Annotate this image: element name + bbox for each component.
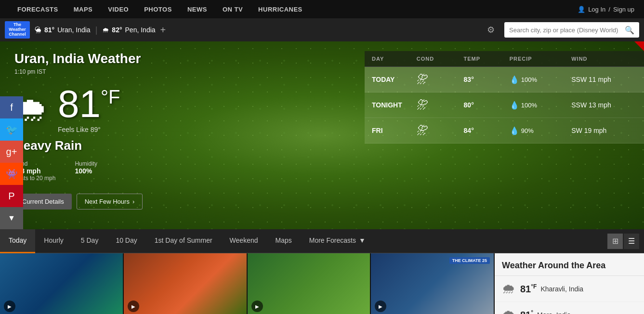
precip-value-tonight: 100% <box>521 102 537 109</box>
area-weather-icon-1: 🌧 <box>502 281 515 297</box>
nav-news[interactable]: NEWS <box>180 0 215 18</box>
google-icon: g+ <box>6 146 17 157</box>
auth-area: 👤 Log In / Sign up <box>578 6 634 13</box>
weather-channel-logo[interactable]: The Weather Channel <box>5 21 30 39</box>
list-view-button[interactable]: ☰ <box>624 234 639 249</box>
tab-weekend[interactable]: Weekend <box>221 229 267 253</box>
nav-photos[interactable]: PHOTOS <box>136 0 180 18</box>
tab-today[interactable]: Today <box>0 229 35 253</box>
tab-1st-day-summer[interactable]: 1st Day of Summer <box>146 229 221 253</box>
add-location-button[interactable]: + <box>160 25 166 36</box>
tab-5day[interactable]: 5 Day <box>72 229 107 253</box>
forecast-table: DAY COND TEMP PRECIP WIND TODAY ⛈ 83° 💧 … <box>365 51 644 144</box>
city-title: Uran, India Weather <box>14 51 313 66</box>
arrow-right-icon: › <box>132 198 134 205</box>
forecast-col-day: DAY <box>365 51 409 67</box>
forecast-precip-fri: 💧 90% <box>502 118 565 144</box>
nav-on-tv[interactable]: ON TV <box>215 0 250 18</box>
pinterest-button[interactable]: P <box>0 185 23 207</box>
forecast-icon-tonight: ⛈ <box>409 92 457 118</box>
humidity-value: 100% <box>75 167 97 175</box>
forecast-col-wind: WIND <box>564 51 644 67</box>
time-label: 1:10 pm IST <box>14 68 313 75</box>
forecast-row-today[interactable]: TODAY ⛈ 83° 💧 100% SSW 11 mph <box>365 67 644 92</box>
forecast-precip-today: 💧 100% <box>502 67 565 92</box>
nav-maps[interactable]: MAPS <box>66 0 101 18</box>
news-map-visual-1 <box>0 253 123 314</box>
nav-forecasts[interactable]: FORECASTS <box>10 0 66 18</box>
search-input[interactable] <box>509 26 625 34</box>
play-button-3[interactable]: ▶ <box>251 301 263 312</box>
precip-value-fri: 90% <box>521 127 534 134</box>
location-temp-1: 81° <box>44 26 54 34</box>
forecast-wind-today: SSW 11 mph <box>564 67 644 92</box>
forecast-precip-tonight: 💧 100% <box>502 92 565 118</box>
play-button-2[interactable]: ▶ <box>128 301 139 312</box>
precip-icon-today: 💧 <box>510 75 519 84</box>
tab-hourly[interactable]: Hourly <box>35 229 72 253</box>
forecast-panel: DAY COND TEMP PRECIP WIND TODAY ⛈ 83° 💧 … <box>365 41 644 229</box>
area-item-2[interactable]: 🌧 81° Mora, India <box>495 302 644 314</box>
location-name-2: Pen, India <box>125 26 156 34</box>
chevron-down-icon: ▼ <box>8 214 15 222</box>
forecast-row-tonight[interactable]: TONIGHT ⛈ 80° 💧 100% SSW 13 mph <box>365 92 644 118</box>
auth-separator: / <box>608 6 610 13</box>
news-card-2[interactable]: ▶ Bill Isn't the Only Threat Lurking ... <box>124 253 248 314</box>
login-link[interactable]: Log In <box>588 6 605 13</box>
news-card-1[interactable]: ▶ Life-Threatening Conditions Unfolding … <box>0 253 124 314</box>
forecast-row-fri[interactable]: FRI ⛈ 84° 💧 90% SW 19 mph <box>365 118 644 144</box>
search-icon[interactable]: 🔍 <box>625 26 634 35</box>
more-social-button[interactable]: ▼ <box>0 207 23 229</box>
nav-hurricanes[interactable]: HURRICANES <box>250 0 310 18</box>
main-weather: Uran, India Weather 1:10 pm IST 🌧 81°F F… <box>0 41 644 229</box>
forecast-temp-today: 83° <box>457 67 502 92</box>
temp-value: 81 <box>58 82 101 125</box>
current-conditions: 🌧 81°F Feels Like 89° <box>14 85 313 133</box>
signup-link[interactable]: Sign up <box>613 6 634 13</box>
weather-left-panel: Uran, India Weather 1:10 pm IST 🌧 81°F F… <box>0 41 328 229</box>
user-icon: 👤 <box>578 6 585 13</box>
location-item-1[interactable]: 🌦 81° Uran, India <box>35 26 91 34</box>
search-bar: 🔍 <box>504 22 639 38</box>
location-bar: The Weather Channel 🌦 81° Uran, India | … <box>0 18 644 41</box>
news-card-3[interactable]: ▶ TIMING THE STORM: When Will It Impact … <box>248 253 371 314</box>
facebook-icon: f <box>10 102 13 113</box>
selected-indicator <box>634 41 644 51</box>
next-hours-button[interactable]: Next Few Hours › <box>77 194 143 209</box>
grid-view-button[interactable]: ⊞ <box>607 234 623 249</box>
more-forecasts-label: More Forecasts <box>309 236 356 244</box>
temp-container: 81°F Feels Like 89° <box>58 85 120 133</box>
forecast-icon-fri: ⛈ <box>409 118 457 144</box>
view-toggle: ⊞ ☰ <box>607 234 639 249</box>
nav-video[interactable]: VIDEO <box>100 0 136 18</box>
area-temp-1: 81°F <box>520 283 537 295</box>
settings-icon[interactable]: ⚙ <box>487 25 495 35</box>
news-card-image-3: ▶ <box>248 253 370 314</box>
social-sidebar: f 🐦 g+ 👾 P ▼ <box>0 96 23 229</box>
play-button-1[interactable]: ▶ <box>4 301 15 312</box>
tab-maps[interactable]: Maps <box>267 229 301 253</box>
location-item-2[interactable]: 🌧 82° Pen, India <box>102 26 155 34</box>
area-weather-title: Weather Around the Area <box>495 258 644 276</box>
twitter-button[interactable]: 🐦 <box>0 118 23 141</box>
forecast-wind-tonight: SSW 13 mph <box>564 92 644 118</box>
nav-links: FORECASTS MAPS VIDEO PHOTOS NEWS ON TV H… <box>10 0 310 18</box>
reddit-button[interactable]: 👾 <box>0 163 23 185</box>
tab-more-forecasts[interactable]: More Forecasts ▼ <box>301 229 374 253</box>
reddit-icon: 👾 <box>6 168 18 180</box>
facebook-button[interactable]: f <box>0 96 23 118</box>
tab-10day[interactable]: 10 Day <box>107 229 145 253</box>
feels-like: Feels Like 89° <box>58 126 120 133</box>
news-card-4[interactable]: ▶ THE CLIMATE 25 Scientist: You Can't Se… <box>371 253 495 314</box>
dropdown-arrow-icon: ▼ <box>359 236 366 244</box>
twitter-icon: 🐦 <box>6 124 18 135</box>
humidity-label: Humidity <box>75 160 97 167</box>
forecast-temp-tonight: 80° <box>457 92 502 118</box>
news-card-image-1: ▶ <box>0 253 123 314</box>
forecast-header-row: DAY COND TEMP PRECIP WIND <box>365 51 644 67</box>
forecast-col-precip: PRECIP <box>502 51 565 67</box>
google-button[interactable]: g+ <box>0 141 23 163</box>
area-item-1[interactable]: 🌧 81°F Kharavli, India <box>495 276 644 302</box>
humidity-group: Humidity 100% <box>75 160 97 182</box>
top-nav: FORECASTS MAPS VIDEO PHOTOS NEWS ON TV H… <box>0 0 644 18</box>
